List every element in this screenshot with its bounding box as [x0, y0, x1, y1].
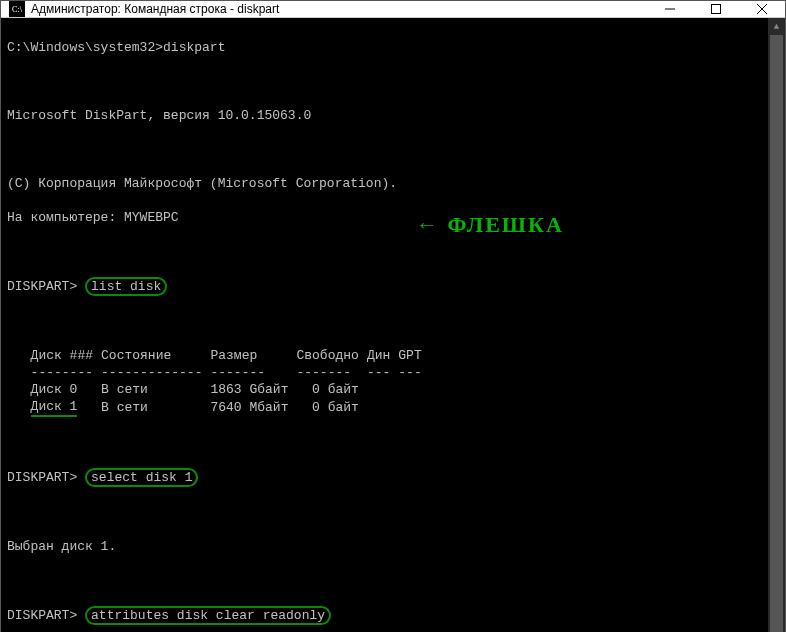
scroll-thumb[interactable] — [770, 35, 783, 632]
table-row: Диск 1 В сети 7640 Mбайт 0 байт — [7, 398, 430, 417]
titlebar[interactable]: C:\ Администратор: Командная строка - di… — [1, 1, 785, 18]
cmd-icon: C:\ — [9, 1, 25, 17]
maximize-icon — [711, 4, 721, 14]
col-free: Свободно — [296, 347, 366, 364]
computer-line: На компьютере: MYWEBPC — [7, 209, 762, 226]
svg-rect-1 — [712, 5, 721, 14]
cell-state: В сети — [101, 398, 210, 417]
cell-free: 0 байт — [296, 381, 366, 398]
dp-prompt: DISKPART> — [7, 608, 77, 623]
table-row: Диск 0 В сети 1863 Gбайт 0 байт — [7, 381, 430, 398]
cmd-attributes: attributes disk clear readonly — [85, 606, 331, 625]
col-size: Размер — [210, 347, 296, 364]
cell-size: 1863 Gбайт — [210, 381, 296, 398]
terminal-output[interactable]: C:\Windows\system32>diskpart Microsoft D… — [1, 18, 768, 632]
cell-size: 7640 Mбайт — [210, 398, 296, 417]
cell-state: В сети — [101, 381, 210, 398]
handwritten-annotation: ← ФЛЕШКА — [416, 216, 564, 233]
col-dyn: Дин — [367, 347, 398, 364]
cmd-list-disk: list disk — [85, 277, 167, 296]
cell-disk: Диск 1 — [31, 398, 78, 417]
dp-prompt: DISKPART> — [7, 279, 77, 294]
minimize-icon — [665, 4, 675, 14]
cmd-diskpart: diskpart — [163, 40, 225, 55]
col-state: Состояние — [101, 347, 210, 364]
version-line: Microsoft DiskPart, версия 10.0.15063.0 — [7, 107, 762, 124]
minimize-button[interactable] — [647, 1, 693, 17]
maximize-button[interactable] — [693, 1, 739, 17]
vertical-scrollbar[interactable]: ▲ ▼ — [768, 18, 785, 632]
close-icon — [757, 4, 767, 14]
window-controls — [647, 1, 785, 17]
scroll-track[interactable] — [768, 35, 785, 632]
table-header: Диск ### Состояние Размер Свободно Дин G… — [7, 347, 430, 364]
client-area: C:\Windows\system32>diskpart Microsoft D… — [1, 18, 785, 632]
disk-table: Диск ### Состояние Размер Свободно Дин G… — [7, 347, 430, 417]
table-sep: -------- ------------- ------- ------- -… — [7, 364, 430, 381]
close-button[interactable] — [739, 1, 785, 17]
resp-select: Выбран диск 1. — [7, 538, 762, 555]
cmd-window: C:\ Администратор: Командная строка - di… — [0, 0, 786, 632]
dp-prompt: DISKPART> — [7, 470, 77, 485]
copyright-line: (C) Корпорация Майкрософт (Microsoft Cor… — [7, 175, 762, 192]
cell-free: 0 байт — [296, 398, 366, 417]
col-disk: Диск ### — [31, 347, 101, 364]
col-gpt: GPT — [398, 347, 429, 364]
cmd-select-disk: select disk 1 — [85, 468, 198, 487]
cell-disk: Диск 0 — [31, 381, 101, 398]
scroll-up-icon[interactable]: ▲ — [768, 18, 785, 35]
path-prompt: C:\Windows\system32> — [7, 40, 163, 55]
window-title: Администратор: Командная строка - diskpa… — [31, 2, 647, 16]
